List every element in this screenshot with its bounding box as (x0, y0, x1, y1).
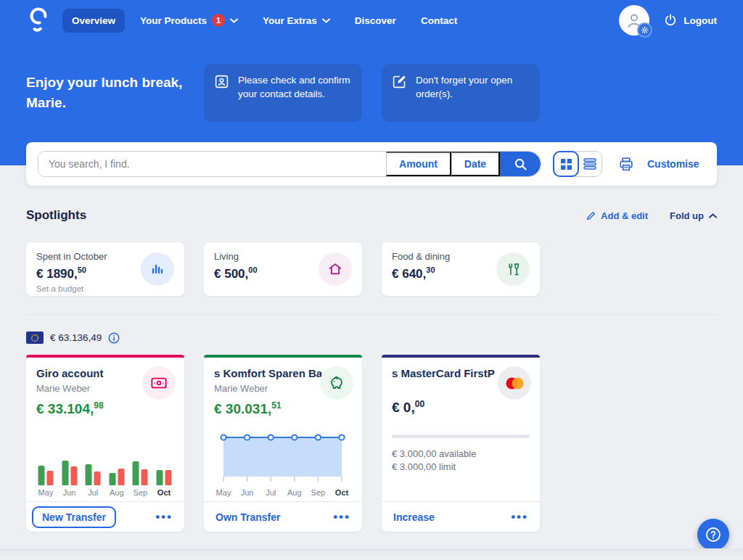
spotlight-title: Spent in October (36, 251, 107, 262)
search-button[interactable] (500, 152, 541, 176)
printer-icon (618, 157, 634, 172)
question-mark-icon (705, 526, 722, 543)
credit-limit: € 3.000,00 limit (392, 461, 530, 474)
greeting-line-2: Marie. (26, 93, 215, 113)
chevron-down-icon (230, 18, 238, 23)
savings-chart-area (214, 432, 352, 487)
more-options-button[interactable]: ••• (333, 514, 350, 521)
help-button[interactable] (697, 519, 729, 551)
piggy-bank-icon (320, 366, 353, 400)
spotlight-amount: € 640, (392, 267, 426, 281)
nav-your-products[interactable]: Your Products 1 (131, 7, 247, 33)
search-group: Amount Date (38, 151, 541, 177)
spotlight-cents: 30 (426, 265, 435, 274)
set-budget-link[interactable]: Set a budget (36, 284, 107, 293)
nav-your-extras-label: Your Extras (263, 15, 317, 26)
account-cents: 98 (94, 400, 103, 411)
nav-contact[interactable]: Contact (411, 9, 467, 33)
info-icon[interactable] (108, 332, 120, 344)
chevron-up-icon (709, 213, 717, 218)
pencil-icon (586, 211, 596, 221)
logout-label: Logout (684, 15, 717, 26)
grid-view-icon (560, 158, 572, 170)
spotlight-title: Living (214, 251, 258, 262)
account-amount: € 0, (392, 400, 415, 415)
account-card-mastercard[interactable]: s MasterCard FirstP € 0,00 € 3.000,00 av… (382, 355, 540, 532)
settings-gear-badge[interactable] (637, 22, 652, 38)
mastercard-icon (498, 366, 531, 400)
giro-chart-bars (36, 459, 174, 485)
bar-chart-icon (141, 252, 174, 286)
edit-order-icon (392, 74, 407, 112)
power-icon (664, 14, 677, 27)
notification-text: Don't forget your open order(s). (416, 73, 530, 112)
bottom-fade (0, 548, 743, 560)
giro-chart-months: MayJunJulAugSepOct (36, 487, 174, 497)
account-amount: € 30.031, (214, 401, 271, 416)
spotlight-cents: 00 (248, 265, 257, 274)
own-transfer-button[interactable]: Own Transfer (215, 511, 280, 523)
banknote-icon (142, 366, 176, 400)
nav-overview[interactable]: Overview (62, 9, 125, 33)
credit-usage-bar (392, 435, 530, 438)
account-cents: 00 (415, 399, 424, 409)
fold-up-label: Fold up (670, 210, 704, 221)
savings-chart-months: MayJunJulAugSepOct (214, 487, 352, 497)
search-input[interactable] (38, 152, 386, 176)
george-logo[interactable] (28, 6, 52, 35)
george-logo-icon (28, 7, 49, 34)
grid-view-button[interactable] (553, 151, 579, 177)
spotlight-card-food[interactable]: Food & dining € 640,30 (382, 242, 540, 296)
date-filter-button[interactable]: Date (451, 152, 500, 176)
notification-text: Please check and confirm your contact de… (238, 73, 352, 112)
account-card-savings[interactable]: s Komfort Sparen Ba... Marie Weber € 30.… (204, 355, 362, 532)
products-notification-badge: 1 (212, 14, 225, 27)
spotlight-amount: € 1890, (36, 267, 78, 281)
amount-filter-button[interactable]: Amount (386, 152, 451, 176)
nav-your-extras[interactable]: Your Extras (253, 9, 340, 33)
greeting: Enjoy your lunch break, Marie. (26, 73, 215, 113)
search-toolbar: Amount Date (26, 142, 717, 186)
account-footer: Increase ••• (382, 501, 540, 532)
spotlights-header: Spotlights Add & edit Fold up (26, 208, 717, 223)
chevron-down-icon (322, 18, 330, 23)
greeting-line-1: Enjoy your lunch break, (26, 73, 215, 93)
print-button[interactable] (618, 157, 634, 172)
dining-icon (496, 252, 530, 286)
new-transfer-button[interactable]: New Transfer (32, 506, 116, 528)
magnifier-icon (514, 157, 528, 171)
main-nav: Overview Your Products 1 Your Extras Dis… (62, 7, 467, 33)
credit-available: € 3.000,00 available (392, 448, 530, 461)
account-footer: New Transfer ••• (26, 501, 184, 532)
gear-icon (641, 26, 649, 34)
account-amount: € 33.104, (36, 401, 94, 416)
notification-contact-details[interactable]: Please check and confirm your contact de… (204, 64, 362, 122)
section-divider (26, 314, 717, 315)
nav-your-products-label: Your Products (140, 15, 207, 26)
customise-button[interactable]: Customise (647, 158, 699, 170)
profile-menu[interactable] (619, 5, 649, 36)
increase-button[interactable]: Increase (393, 511, 435, 523)
more-options-button[interactable]: ••• (155, 514, 173, 521)
add-edit-label: Add & edit (601, 210, 648, 221)
spotlight-amount: € 500, (214, 267, 248, 281)
account-card-giro[interactable]: Giro account Marie Weber € 33.104,98 May… (26, 355, 184, 532)
list-view-button[interactable] (578, 152, 602, 176)
house-icon (319, 252, 352, 286)
view-toggle (553, 151, 602, 177)
spotlight-cents: 50 (78, 265, 86, 274)
notification-open-orders[interactable]: Don't forget your open order(s). (382, 64, 540, 122)
nav-discover[interactable]: Discover (345, 9, 406, 33)
spotlight-title: Food & dining (392, 251, 450, 262)
spotlight-card-spent[interactable]: Spent in October € 1890,50 Set a budget (26, 242, 184, 296)
logout-button[interactable]: Logout (664, 14, 717, 27)
list-view-icon (583, 158, 596, 170)
add-edit-button[interactable]: Add & edit (586, 210, 648, 221)
topbar-right: Logout (619, 5, 717, 36)
account-cents: 51 (271, 400, 281, 411)
spotlight-card-living[interactable]: Living € 500,00 (204, 242, 362, 296)
more-options-button[interactable]: ••• (511, 514, 528, 521)
fold-up-button[interactable]: Fold up (670, 210, 717, 221)
spotlights-title: Spotlights (26, 208, 86, 223)
top-navigation: Overview Your Products 1 Your Extras Dis… (0, 0, 743, 41)
